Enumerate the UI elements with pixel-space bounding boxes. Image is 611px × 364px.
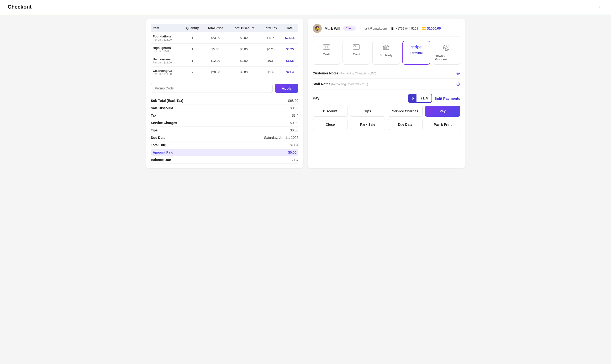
staff-notes-label: Staff Notes (Remaining Characters: 250) xyxy=(313,82,368,86)
col-item: Item xyxy=(151,24,182,32)
customer-bar: 🧔 Mark Will Client ✉ mark@gmail.com 📱 +1… xyxy=(313,24,460,37)
svg-rect-11 xyxy=(388,47,389,49)
discount-cell: $0.00 xyxy=(228,55,260,66)
client-badge: Client xyxy=(343,26,356,30)
customer-notes-add-button[interactable]: ⊕ xyxy=(456,70,460,76)
summary-value: $3.4 xyxy=(292,114,298,117)
col-tax: Total Tax xyxy=(260,24,281,32)
summary-value: -71.4 xyxy=(291,158,298,162)
col-total: Total xyxy=(281,24,298,32)
summary-label: Tips xyxy=(151,128,158,132)
item-cell: Hair serums Per Unit: $12.00 xyxy=(151,55,182,66)
pay-amount-box: $ 71.4 xyxy=(408,94,432,103)
avatar: 🧔 xyxy=(313,24,322,33)
svg-rect-9 xyxy=(384,47,385,49)
summary-value: Saturday, Jan 11, 2025 xyxy=(264,136,298,140)
pay-label: Pay xyxy=(313,96,406,100)
promo-section: Apply xyxy=(151,84,298,93)
table-row: Highlighters Per Unit: $5.00 1 $5.00 $0.… xyxy=(151,44,298,55)
park-sale-button[interactable]: Park Sale xyxy=(350,119,385,130)
customer-balance: 💳 $1000.00 xyxy=(422,26,441,30)
card-icon xyxy=(353,44,360,51)
pay-method-card[interactable]: Card xyxy=(343,41,370,65)
back-button[interactable]: ← xyxy=(598,4,603,10)
summary-label: Sub Total (Excl. Tax) xyxy=(151,99,183,103)
total-cell: $12.6 xyxy=(281,55,298,66)
pay-method-label: Cash xyxy=(323,52,330,56)
staff-notes-add-button[interactable]: ⊕ xyxy=(456,81,460,87)
close-button[interactable]: Close xyxy=(313,119,348,130)
summary-row: Tax $3.4 xyxy=(151,112,298,119)
table-row: Cleansing Gel Per Unit: $14.00 2 $28.00 … xyxy=(151,66,298,78)
quantity-cell: 1 xyxy=(182,32,203,44)
pay-method-label: Terminal xyxy=(410,51,423,55)
customer-notes-label: Customer Notes (Remaining Characters: 25… xyxy=(313,71,376,75)
summary-row: Tips $0.00 xyxy=(151,127,298,134)
pay-method-cash[interactable]: Cash xyxy=(313,41,340,65)
pay-method-label: 3rd Party xyxy=(380,53,393,57)
summary-label: Service Charges xyxy=(151,121,177,125)
pay-section: Pay $ 71.4 Split Payments xyxy=(313,94,460,103)
summary-row: Balance Due -71.4 xyxy=(151,156,298,164)
price-cell: $12.00 xyxy=(203,55,228,66)
due-date-button[interactable]: Due Date xyxy=(388,119,423,130)
pay-method-terminal[interactable]: stripe Terminal xyxy=(402,41,430,65)
summary-value: $71.4 xyxy=(290,143,298,147)
summary-label: Sale Discount xyxy=(151,106,173,110)
customer-notes-row: Customer Notes (Remaining Characters: 25… xyxy=(313,70,460,79)
tax-cell: $0.25 xyxy=(260,44,281,55)
split-payments-button[interactable]: Split Payments xyxy=(434,96,460,100)
summary-row: Total Due $71.4 xyxy=(151,142,298,149)
summary-row: Sale Discount $0.00 xyxy=(151,104,298,112)
quantity-cell: 1 xyxy=(182,44,203,55)
quantity-cell: 1 xyxy=(182,55,203,66)
summary-value: $0.00 xyxy=(290,106,298,110)
svg-rect-0 xyxy=(323,45,330,49)
col-discount: Total Discount xyxy=(228,24,260,32)
summary-section: Sub Total (Excl. Tax) $68.00 Sale Discou… xyxy=(151,97,298,164)
email-icon: ✉ xyxy=(359,27,361,30)
reward-icon xyxy=(443,44,450,52)
svg-point-1 xyxy=(326,46,327,48)
summary-value: $68.00 xyxy=(288,99,298,103)
discount-cell: $0.00 xyxy=(228,44,260,55)
cash-icon xyxy=(323,44,330,51)
notes-section: Customer Notes (Remaining Characters: 25… xyxy=(313,70,460,90)
pay-method-3rdparty[interactable]: 3rd Party xyxy=(372,41,400,65)
phone-icon: 📱 xyxy=(390,27,394,30)
promo-input[interactable] xyxy=(151,84,273,93)
service-charges-button[interactable]: Service Charges xyxy=(388,106,423,117)
customer-email: ✉ mark@gmail.com xyxy=(359,27,387,30)
pay-print-button[interactable]: Pay & Print xyxy=(425,119,460,130)
right-panel: 🧔 Mark Will Client ✉ mark@gmail.com 📱 +1… xyxy=(308,19,465,169)
discount-cell: $0.00 xyxy=(228,66,260,78)
items-table: Item Quantity Total Price Total Discount… xyxy=(151,24,298,78)
tax-cell: $1.15 xyxy=(260,32,281,44)
discount-button[interactable]: Discount xyxy=(313,106,348,117)
customer-name: Mark Will xyxy=(325,26,340,30)
stripe-icon: stripe xyxy=(411,45,422,50)
total-cell: $29.4 xyxy=(281,66,298,78)
pay-method-reward[interactable]: Reward Program xyxy=(433,41,460,65)
discount-cell: $0.00 xyxy=(228,32,260,44)
price-cell: $28.00 xyxy=(203,66,228,78)
customer-info: ✉ mark@gmail.com 📱 +1792 044 5253 💳 $100… xyxy=(359,26,441,30)
svg-marker-14 xyxy=(444,46,448,50)
pay-button[interactable]: Pay xyxy=(425,106,460,117)
quantity-cell: 2 xyxy=(182,66,203,78)
item-cell: Cleansing Gel Per Unit: $14.00 xyxy=(151,66,182,78)
summary-label: Due Date xyxy=(151,136,165,140)
pay-amount-value: 71.4 xyxy=(416,94,432,102)
page-title: Checkout xyxy=(8,4,31,10)
svg-marker-8 xyxy=(383,45,389,47)
summary-row: Due Date Saturday, Jan 11, 2025 xyxy=(151,134,298,142)
price-cell: $23.00 xyxy=(203,32,228,44)
col-quantity: Quantity xyxy=(182,24,203,32)
total-cell: $24.15 xyxy=(281,32,298,44)
tax-cell: $1.4 xyxy=(260,66,281,78)
tips-button[interactable]: Tips xyxy=(350,106,385,117)
apply-button[interactable]: Apply xyxy=(275,84,298,93)
wallet-icon: 💳 xyxy=(422,26,426,30)
summary-label: Amount Paid xyxy=(153,151,173,154)
payment-methods: Cash Card 3rd Party stripe Terminal Rewa… xyxy=(313,41,460,65)
